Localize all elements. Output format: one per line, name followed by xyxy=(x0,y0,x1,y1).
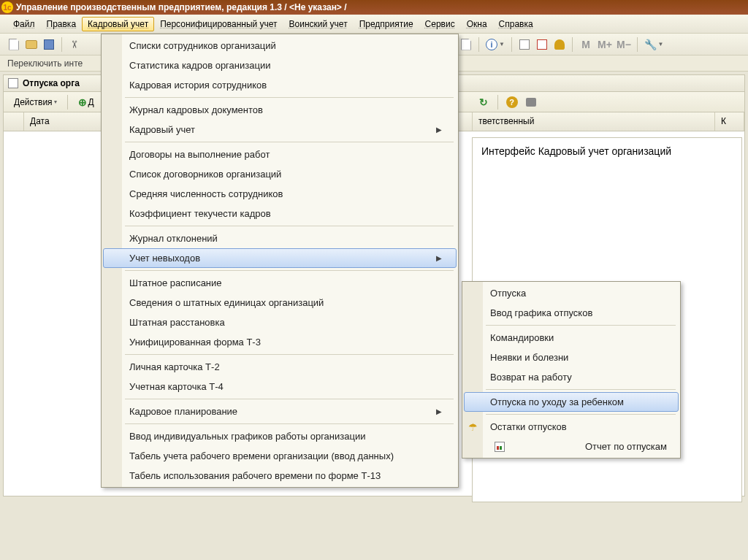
menu-file[interactable]: Файл xyxy=(7,17,41,31)
title-bar: 1c Управление производственным предприят… xyxy=(0,0,748,15)
save-button[interactable] xyxy=(41,37,57,53)
menu-card-t4[interactable]: Учетная карточка Т-4 xyxy=(103,377,457,396)
menu-absence-tracking[interactable]: Учет невыходов▶ xyxy=(103,248,457,268)
submenu-return-to-work[interactable]: Возврат на работу xyxy=(464,367,679,387)
memory-mplus-button[interactable]: M+ xyxy=(596,37,614,53)
chevron-right-icon: ▶ xyxy=(436,407,442,415)
toolbar-separator xyxy=(511,37,512,52)
menu-form-t3[interactable]: Унифицированная форма Т-3 xyxy=(103,332,457,352)
menu-timesheet-t13[interactable]: Табель использования рабочего времени по… xyxy=(103,466,457,486)
menu-hr-planning[interactable]: Кадровое планирование▶ xyxy=(103,402,457,421)
toolbar-separator xyxy=(637,37,638,52)
chevron-down-icon: ▼ xyxy=(499,41,505,47)
menu-separator xyxy=(125,423,454,424)
menu-staffing-table[interactable]: Штатное расписание xyxy=(103,273,457,293)
menu-staffing-arrangement[interactable]: Штатная расстановка xyxy=(103,312,457,332)
menu-service[interactable]: Сервис xyxy=(419,17,461,31)
printer-icon xyxy=(526,98,536,107)
menu-separator xyxy=(486,389,676,390)
submenu-vacations[interactable]: Отпуска xyxy=(464,283,679,303)
refresh-button[interactable]: ↻ xyxy=(476,94,492,110)
chevron-down-icon: ▾ xyxy=(54,99,57,105)
umbrella-icon: ☂ xyxy=(468,421,480,433)
app-icon: 1c xyxy=(1,1,13,13)
new-icon xyxy=(9,39,19,50)
calc-button[interactable] xyxy=(516,37,533,53)
submenu-vacation-schedule[interactable]: Ввод графика отпусков xyxy=(464,303,679,323)
copy-button[interactable] xyxy=(458,37,474,53)
col-responsible[interactable]: тветственный xyxy=(473,112,715,131)
menu-edit[interactable]: Правка xyxy=(41,17,83,31)
actions-button[interactable]: Действия ▾ xyxy=(9,96,61,109)
menu-timesheet-input[interactable]: Табель учета рабочего времени организаци… xyxy=(103,446,457,466)
wrench-icon: 🔧 xyxy=(644,39,657,50)
menu-separator xyxy=(125,270,454,271)
menu-hr[interactable]: Кадровый учет xyxy=(82,17,154,31)
help-icon: ? xyxy=(506,96,518,108)
tools-button[interactable]: 🔧▼ xyxy=(642,37,665,53)
cut-button[interactable]: ✂ xyxy=(66,37,83,53)
menu-separator xyxy=(486,325,676,326)
col-date[interactable]: Дата xyxy=(24,112,104,131)
add-button[interactable]: ⊕Д xyxy=(74,95,99,110)
plus-icon: ⊕ xyxy=(78,96,87,108)
toolbar-separator xyxy=(61,37,62,52)
save-icon xyxy=(44,39,54,50)
menu-military[interactable]: Воинский учет xyxy=(283,17,354,31)
calculator-icon xyxy=(519,39,530,50)
menu-enterprise[interactable]: Предприятие xyxy=(354,17,419,31)
submenu-business-trips[interactable]: Командировки xyxy=(464,328,679,348)
submenu-absences-illness[interactable]: Неявки и болезни xyxy=(464,348,679,367)
menu-personified[interactable]: Персонифицированный учет xyxy=(154,17,283,31)
menu-contracts[interactable]: Договоры на выполнение работ xyxy=(103,145,457,164)
refresh-icon: ↻ xyxy=(479,96,488,108)
new-doc-button[interactable] xyxy=(6,37,22,53)
help-button[interactable]: ? xyxy=(504,94,520,110)
menu-hr-accounting[interactable]: Кадровый учет▶ xyxy=(103,120,457,139)
menu-average-headcount[interactable]: Средняя численность сотрудников xyxy=(103,184,457,204)
menu-individual-schedules[interactable]: Ввод индивидуальных графиков работы орга… xyxy=(103,426,457,446)
menu-staff-history[interactable]: Кадровая история сотрудников xyxy=(103,75,457,95)
menu-staff-statistics[interactable]: Статистика кадров организации xyxy=(103,55,457,75)
menu-separator xyxy=(125,142,454,142)
open-button[interactable] xyxy=(23,37,39,53)
toolbar-separator xyxy=(478,37,479,52)
menu-employee-lists[interactable]: Списки сотрудников организаций xyxy=(103,36,457,55)
menu-help[interactable]: Справка xyxy=(493,17,539,31)
chart-icon xyxy=(495,442,505,452)
print-button[interactable] xyxy=(523,94,539,110)
submenu-vacation-balance[interactable]: ☂Остатки отпусков xyxy=(464,417,679,437)
menu-separator xyxy=(125,97,454,98)
switch-label: Переключить инте xyxy=(7,58,83,69)
menu-deviations-journal[interactable]: Журнал отклонений xyxy=(103,229,457,248)
menu-separator xyxy=(125,399,454,399)
calendar-button[interactable] xyxy=(534,37,550,53)
chevron-right-icon: ▶ xyxy=(436,254,442,262)
folder-icon xyxy=(26,40,37,49)
absence-submenu: Отпуска Ввод графика отпусков Командиров… xyxy=(462,281,681,459)
calendar-icon xyxy=(537,39,547,50)
menu-card-t2[interactable]: Личная карточка Т-2 xyxy=(103,357,457,377)
menu-hr-journal[interactable]: Журнал кадровых документов xyxy=(103,100,457,120)
col-comment[interactable]: К xyxy=(715,112,744,131)
chevron-right-icon: ▶ xyxy=(436,126,442,134)
copy-icon xyxy=(461,39,471,50)
menu-separator xyxy=(486,414,676,415)
user-button[interactable] xyxy=(552,37,568,53)
menu-separator xyxy=(125,354,454,355)
toolbar-separator xyxy=(572,37,573,52)
info-button[interactable]: i▼ xyxy=(484,37,507,53)
memory-mminus-button[interactable]: M− xyxy=(615,37,633,53)
submenu-vacation-report[interactable]: Отчет по отпускам xyxy=(464,437,679,456)
menu-staffing-units[interactable]: Сведения о штатных единицах организаций xyxy=(103,293,457,312)
user-icon xyxy=(554,39,565,50)
col-marker[interactable] xyxy=(4,112,24,131)
chevron-down-icon: ▼ xyxy=(658,41,664,47)
submenu-childcare-leave[interactable]: Отпуска по уходу за ребенком xyxy=(464,392,679,412)
memory-m-button[interactable]: M xyxy=(577,37,595,53)
menu-contractors-list[interactable]: Список договорников организаций xyxy=(103,164,457,184)
document-title: Отпуска орга xyxy=(23,78,80,88)
menu-windows[interactable]: Окна xyxy=(461,17,493,31)
menu-turnover-rate[interactable]: Коэффициент текучести кадров xyxy=(103,204,457,223)
app-title: Управление производственным предприятием… xyxy=(16,2,347,12)
